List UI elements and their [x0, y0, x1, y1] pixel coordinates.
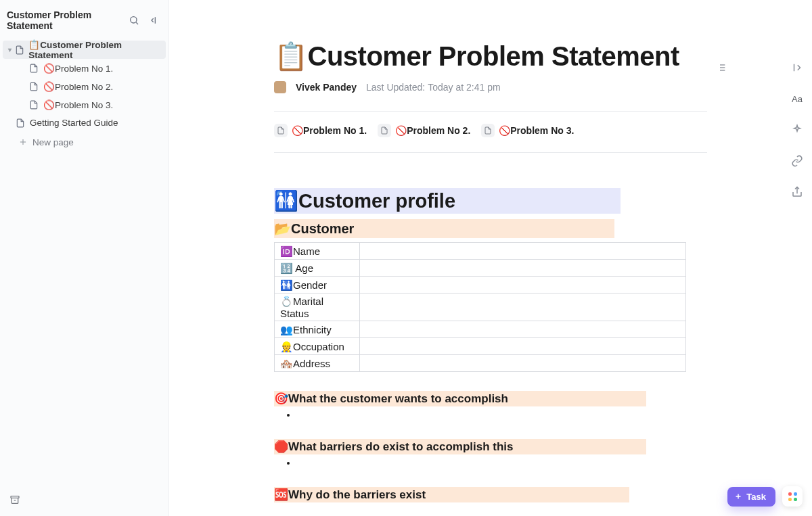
table-cell-value[interactable] [360, 355, 686, 372]
svg-rect-5 [11, 496, 19, 498]
table-cell-label[interactable]: 🏘️Address [275, 355, 360, 372]
page-icon [14, 45, 24, 55]
table-row: 👷Occupation [275, 338, 686, 355]
last-updated-label: Last Updated: [366, 82, 425, 93]
tree-item-problem-1[interactable]: 🚫Problem No 1. [3, 59, 166, 77]
svg-line-1 [136, 22, 138, 24]
new-task-button[interactable]: Task [727, 487, 775, 507]
table-row: 💍Marital Status [275, 294, 686, 321]
font-settings-button[interactable]: Aa [790, 92, 804, 105]
ai-sparkle-icon[interactable] [790, 123, 804, 137]
sidebar: Customer Problem Statement ▾ 📋Customer P… [0, 0, 169, 516]
chip-problem-2[interactable]: 🚫Problem No 2. [378, 124, 470, 137]
floating-actions: Task [727, 486, 803, 507]
archive-button[interactable] [0, 488, 168, 516]
apps-grid-icon [788, 492, 797, 501]
page-icon [378, 124, 391, 137]
list-item[interactable] [297, 457, 707, 468]
tree-item-label: Getting Started Guide [30, 118, 118, 128]
table-row: 🚻Gender [275, 277, 686, 294]
divider [274, 111, 707, 112]
table-row: 🆔Name [275, 243, 686, 260]
table-cell-value[interactable] [360, 260, 686, 277]
page-title[interactable]: 📋Customer Problem Statement [274, 41, 707, 72]
collapse-sidebar-icon[interactable] [147, 13, 162, 28]
table-cell-value[interactable] [360, 338, 686, 355]
bullet-list-accomplish[interactable] [274, 409, 707, 420]
divider [274, 152, 707, 153]
table-cell-label[interactable]: 👥Ethnicity [275, 321, 360, 338]
tree-item-label: 🚫Problem No 2. [43, 81, 113, 92]
tree-item-customer-problem-statement[interactable]: ▾ 📋Customer Problem Statement [3, 41, 166, 59]
workspace-title: Customer Problem Statement [7, 9, 121, 31]
right-rail: Aa [782, 0, 812, 516]
link-icon[interactable] [790, 154, 804, 168]
subpage-chips: 🚫Problem No 1. 🚫Problem No 2. 🚫Problem N… [274, 124, 707, 137]
table-cell-label[interactable]: 🆔Name [275, 243, 360, 260]
chevron-down-icon[interactable]: ▾ [5, 46, 14, 53]
bullet-list-barriers[interactable] [274, 457, 707, 468]
page-icon [28, 63, 39, 74]
table-cell-label[interactable]: 🔢 Age [275, 260, 360, 277]
table-cell-label[interactable]: 🚻Gender [275, 277, 360, 294]
tree-item-getting-started[interactable]: Getting Started Guide [3, 114, 166, 132]
heading-accomplish[interactable]: 🎯What the customer wants to accomplish [274, 391, 646, 406]
sidebar-header: Customer Problem Statement [0, 0, 168, 41]
table-cell-label[interactable]: 💍Marital Status [275, 294, 360, 321]
expand-sidebar-icon[interactable] [790, 61, 804, 74]
table-cell-value[interactable] [360, 321, 686, 338]
tree-item-label: 📋Customer Problem Statement [28, 39, 160, 60]
author-name[interactable]: Vivek Pandey [296, 82, 357, 93]
chip-label: 🚫Problem No 3. [499, 125, 574, 136]
doc-meta: Vivek Pandey Last Updated: Today at 2:41… [274, 81, 707, 93]
table-cell-value[interactable] [360, 277, 686, 294]
document-area: 📋Customer Problem Statement Vivek Pandey… [169, 0, 812, 516]
table-row: 🏘️Address [275, 355, 686, 372]
new-page-label: New page [32, 137, 74, 147]
page-icon [274, 124, 288, 137]
heading-customer-profile[interactable]: 🚻Customer profile [274, 188, 621, 214]
page-icon [481, 124, 495, 137]
page-icon [28, 81, 39, 92]
chip-problem-1[interactable]: 🚫Problem No 1. [274, 124, 367, 137]
page-tree: ▾ 📋Customer Problem Statement 🚫Problem N… [0, 41, 168, 152]
chip-label: 🚫Problem No 1. [292, 125, 367, 136]
table-cell-label[interactable]: 👷Occupation [275, 338, 360, 355]
heading-customer[interactable]: 📂Customer [274, 219, 614, 238]
customer-table[interactable]: 🆔Name 🔢 Age 🚻Gender 💍Marital Status 👥Eth… [274, 242, 686, 372]
author-avatar[interactable] [274, 81, 286, 93]
last-updated-value: Today at 2:41 pm [428, 82, 500, 93]
svg-point-0 [131, 17, 137, 23]
page-icon [28, 99, 39, 110]
outline-toggle-button[interactable] [716, 62, 727, 76]
tree-item-label: 🚫Problem No 3. [43, 99, 113, 110]
document: 📋Customer Problem Statement Vivek Pandey… [274, 0, 707, 516]
table-cell-value[interactable] [360, 294, 686, 321]
heading-barriers[interactable]: 🛑What barriers do exist to accomplish th… [274, 439, 646, 454]
list-item[interactable] [297, 409, 707, 420]
tree-item-problem-3[interactable]: 🚫Problem No 3. [3, 95, 166, 114]
tree-item-label: 🚫Problem No 1. [43, 63, 113, 74]
table-row: 🔢 Age [275, 260, 686, 277]
table-row: 👥Ethnicity [275, 321, 686, 338]
tree-item-problem-2[interactable]: 🚫Problem No 2. [3, 77, 166, 95]
chip-problem-3[interactable]: 🚫Problem No 3. [481, 124, 574, 137]
apps-button[interactable] [782, 486, 803, 507]
table-cell-value[interactable] [360, 243, 686, 260]
new-page-button[interactable]: New page [3, 132, 166, 152]
search-icon[interactable] [127, 13, 141, 28]
task-button-label: Task [746, 492, 766, 502]
plus-icon [18, 137, 28, 147]
page-icon [15, 118, 26, 128]
share-icon[interactable] [790, 185, 804, 199]
heading-why[interactable]: 🆘Why do the barriers exist [274, 487, 629, 502]
chip-label: 🚫Problem No 2. [395, 125, 470, 136]
